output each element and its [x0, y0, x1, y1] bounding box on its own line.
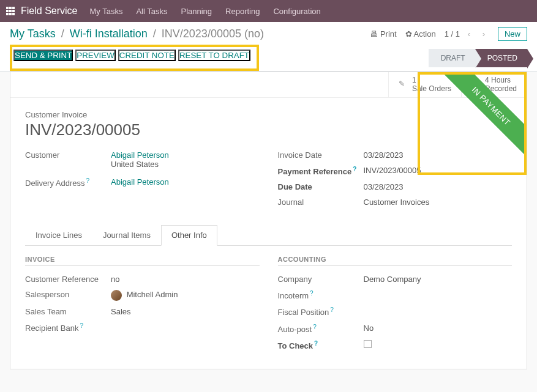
send-print-button[interactable]: SEND & PRINT [13, 50, 73, 61]
stat-sale-orders-count: 1 [412, 76, 451, 84]
help-icon[interactable]: ? [330, 306, 334, 313]
print-action[interactable]: 🖶 Print [370, 29, 396, 39]
stat-buttons: ✎ 1 Sale Orders ◷ 4 Hours Recorded [10, 72, 527, 98]
payment-ref-value: INV/2023/00005 [364, 166, 421, 176]
stat-sale-orders[interactable]: ✎ 1 Sale Orders [388, 72, 461, 97]
breadcrumb-level1[interactable]: My Tasks [10, 28, 56, 40]
stat-sale-orders-label: Sale Orders [412, 84, 451, 93]
credit-note-button[interactable]: CREDIT NOTE [118, 50, 176, 61]
preview-button[interactable]: PREVIEW [75, 50, 115, 61]
pager: 1 / 1 ‹ › [445, 28, 489, 41]
salesperson-label: Salesperson [25, 290, 111, 301]
tab-journal-items[interactable]: Journal Items [92, 225, 161, 245]
payment-ref-label: Payment Reference? [278, 166, 364, 176]
print-label: Print [380, 29, 397, 39]
breadcrumb-level3: INV/2023/00005 (no) [162, 28, 264, 40]
delivery-address-label: Delivery Address? [25, 177, 111, 188]
new-button[interactable]: New [498, 27, 527, 41]
form-sheet: ✎ 1 Sale Orders ◷ 4 Hours Recorded IN PA… [10, 72, 527, 369]
customer-ref-label: Customer Reference [25, 275, 111, 284]
company-label: Company [278, 275, 364, 284]
section-invoice-title: INVOICE [25, 256, 260, 263]
status-posted[interactable]: POSTED [475, 49, 527, 67]
clock-icon: ◷ [471, 80, 481, 89]
customer-link[interactable]: Abigail Peterson [111, 150, 169, 160]
divider [278, 265, 513, 266]
to-check-label: To Check? [278, 340, 364, 350]
divider [25, 265, 260, 266]
incoterm-label: Incoterm? [278, 290, 364, 300]
fiscal-position-label: Fiscal Position? [278, 306, 364, 317]
pager-prev[interactable]: ‹ [464, 28, 475, 41]
due-date-value: 03/28/2023 [364, 182, 404, 191]
pager-text: 1 / 1 [445, 29, 460, 39]
breadcrumb-sep: / [153, 28, 156, 40]
journal-label: Journal [278, 198, 364, 207]
status-draft[interactable]: DRAFT [429, 49, 475, 67]
tab-invoice-lines[interactable]: Invoice Lines [25, 225, 92, 245]
customer-ref-value: no [111, 275, 119, 284]
action-label: Action [414, 29, 436, 39]
stat-hours-recorded[interactable]: ◷ 4 Hours Recorded [461, 72, 527, 97]
auto-post-value[interactable]: No [364, 324, 374, 334]
apps-icon[interactable] [6, 7, 15, 15]
section-accounting-title: ACCOUNTING [278, 256, 513, 263]
customer-country: United States [111, 160, 159, 169]
pencil-icon: ✎ [399, 80, 408, 89]
to-check-checkbox[interactable] [364, 340, 372, 348]
sales-team-value[interactable]: Sales [111, 307, 131, 316]
nav-all-tasks[interactable]: All Tasks [136, 7, 167, 16]
customer-label: Customer [25, 150, 111, 169]
status-bar: DRAFT POSTED [429, 49, 527, 67]
nav-reporting[interactable]: Reporting [225, 7, 260, 16]
gear-icon: ✿ [405, 29, 412, 39]
nav-configuration[interactable]: Configuration [273, 7, 320, 16]
help-icon[interactable]: ? [310, 290, 314, 297]
company-value[interactable]: Demo Company [364, 275, 421, 284]
salesperson-name: Mitchell Admin [127, 290, 178, 300]
auto-post-label: Auto-post? [278, 324, 364, 334]
avatar [111, 290, 122, 301]
breadcrumb-level2[interactable]: Wi-fi Installation [70, 28, 148, 40]
highlighted-action-buttons: SEND & PRINT PREVIEW CREDIT NOTE RESET T… [10, 45, 259, 71]
stat-hours-count: 4 Hours [485, 76, 517, 84]
print-icon: 🖶 [370, 29, 378, 39]
notebook-tabs: Invoice Lines Journal Items Other Info [25, 225, 512, 246]
doc-title: INV/2023/00005 [25, 120, 512, 139]
sales-team-label: Sales Team [25, 307, 111, 316]
tab-other-info[interactable]: Other Info [161, 225, 217, 246]
help-icon[interactable]: ? [86, 177, 90, 184]
help-icon[interactable]: ? [80, 322, 83, 329]
stat-hours-label: Recorded [485, 84, 517, 93]
due-date-label: Due Date [278, 182, 364, 191]
pager-next[interactable]: › [478, 28, 489, 41]
action-dropdown[interactable]: ✿ Action [405, 29, 436, 39]
salesperson-value[interactable]: Mitchell Admin [111, 290, 178, 301]
app-brand[interactable]: Field Service [21, 6, 77, 17]
help-icon[interactable]: ? [353, 166, 356, 172]
help-icon[interactable]: ? [314, 340, 318, 347]
journal-value: Customer Invoices [364, 198, 430, 207]
control-panel: My Tasks / Wi-fi Installation / INV/2023… [0, 22, 537, 72]
main-navbar: Field Service My Tasks All Tasks Plannin… [0, 0, 537, 22]
doc-type-label: Customer Invoice [25, 110, 512, 119]
nav-planning[interactable]: Planning [181, 7, 212, 16]
recipient-bank-label: Recipient Bank? [25, 322, 111, 333]
breadcrumb-sep: / [61, 28, 64, 40]
help-icon[interactable]: ? [313, 324, 317, 330]
breadcrumb: My Tasks / Wi-fi Installation / INV/2023… [10, 28, 264, 40]
reset-draft-button[interactable]: RESET TO DRAFT [178, 50, 250, 61]
delivery-address-link[interactable]: Abigail Peterson [111, 177, 169, 187]
nav-my-tasks[interactable]: My Tasks [89, 7, 122, 16]
invoice-date-label: Invoice Date [278, 150, 364, 160]
invoice-date-value: 03/28/2023 [364, 150, 404, 160]
